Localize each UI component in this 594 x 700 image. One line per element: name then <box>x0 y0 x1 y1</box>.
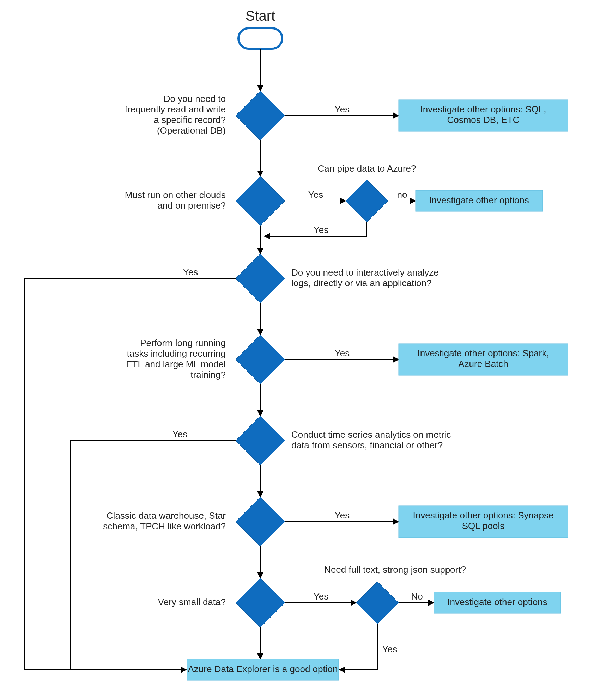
decision-q2 <box>236 176 285 226</box>
q7b-no-label: No <box>411 591 423 602</box>
q7-line1: Very small data? <box>158 597 226 607</box>
q4-yes-label: Yes <box>335 348 350 358</box>
q6-line2: schema, TPCH like workload? <box>103 521 226 532</box>
q2-line2: and on premise? <box>157 200 226 211</box>
q4-line2: tasks including recurring <box>127 348 226 359</box>
q1-yes-label: Yes <box>335 104 350 115</box>
decision-q5 <box>236 416 285 465</box>
o6-line2: SQL pools <box>462 521 504 531</box>
final-line1: Azure Data Explorer is a good option <box>188 664 338 674</box>
q6-yes-label: Yes <box>335 510 350 521</box>
q2b-yes-label: Yes <box>314 225 328 235</box>
start-terminator <box>238 28 282 49</box>
q4-line1: Perform long running <box>140 338 226 348</box>
q2-line1: Must run on other clouds <box>125 190 226 200</box>
start-label: Start <box>246 8 275 24</box>
o4-line2: Azure Batch <box>458 358 508 369</box>
q4-line3: ETL and large ML model <box>126 359 226 369</box>
edge-q5-yes <box>71 441 236 670</box>
q7b-yes-label: Yes <box>382 644 397 655</box>
decision-q1 <box>236 91 285 140</box>
o2-line1: Investigate other options <box>429 195 529 205</box>
decision-q7 <box>236 578 285 627</box>
decision-q7b <box>356 582 399 624</box>
svg-marker-3 <box>236 254 285 303</box>
svg-marker-0 <box>236 91 285 140</box>
edge-q3-yes <box>25 278 236 670</box>
svg-marker-7 <box>236 578 285 627</box>
decision-q3 <box>236 254 285 303</box>
o6-line1: Investigate other options: Synapse <box>413 510 554 521</box>
o7-line1: Investigate other options <box>447 597 547 607</box>
q3-line1: Do you need to interactively analyze <box>291 267 439 278</box>
o1-line2: Cosmos DB, ETC <box>447 115 519 125</box>
q5-line1: Conduct time series analytics on metric <box>291 429 451 440</box>
decision-q4 <box>236 335 285 384</box>
q4-line4: training? <box>190 369 226 380</box>
svg-marker-1 <box>236 176 285 226</box>
q1-line1: Do you need to <box>164 93 226 104</box>
decision-q6 <box>236 497 285 546</box>
q7b-line1: Need full text, strong json support? <box>324 564 466 575</box>
q1-line4: (Operational DB) <box>157 125 226 136</box>
svg-marker-5 <box>236 416 285 465</box>
q5-yes-label: Yes <box>172 429 187 440</box>
o4-line1: Investigate other options: Spark, <box>418 348 549 358</box>
q7-yes-label: Yes <box>314 591 328 602</box>
q6-line1: Classic data warehouse, Star <box>107 510 226 521</box>
svg-marker-6 <box>236 497 285 546</box>
q1-line2: frequently read and write <box>125 104 226 115</box>
q3-yes-label: Yes <box>183 267 198 277</box>
q1-line3: a specific record? <box>154 115 226 125</box>
svg-marker-2 <box>346 180 388 222</box>
q2-yes-label: Yes <box>308 189 323 200</box>
q5-line2: data from sensors, financial or other? <box>291 440 443 450</box>
o1-line1: Investigate other options: SQL, <box>420 104 546 115</box>
q2b-no-label: no <box>397 189 407 200</box>
svg-marker-4 <box>236 335 285 384</box>
svg-marker-8 <box>356 582 399 624</box>
q2b-line1: Can pipe data to Azure? <box>318 163 416 174</box>
edge-q7b-yes <box>339 624 377 670</box>
q3-line2: logs, directly or via an application? <box>291 278 431 288</box>
decision-q2b <box>346 180 388 222</box>
